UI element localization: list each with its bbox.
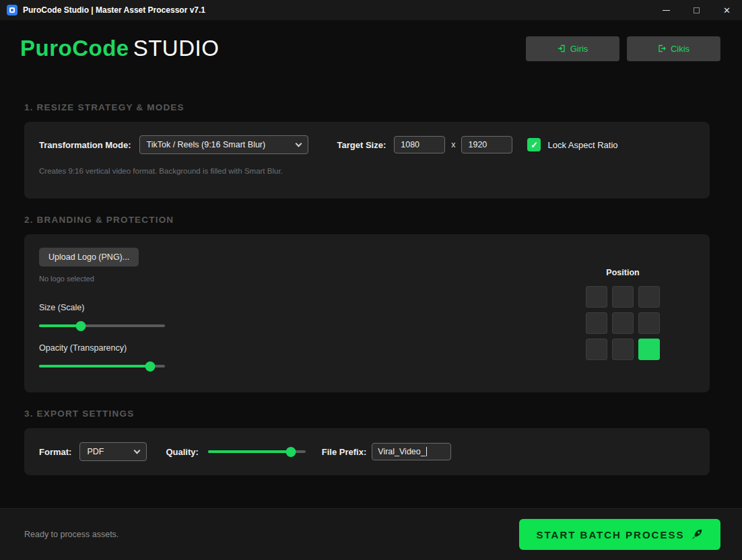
login-button[interactable]: Giris [526,36,619,61]
brand-purocode: PuroCode [20,36,129,61]
file-prefix-input[interactable]: Viral_Video_ [372,443,451,460]
quality-slider[interactable] [208,446,306,457]
slider-fill [208,450,291,453]
lock-aspect-checkbox[interactable]: ✓ [527,138,541,151]
section-heading-branding: 2. BRANDING & PROTECTION [24,215,710,225]
size-slider[interactable] [39,320,165,331]
logout-label: Cikis [671,44,689,54]
position-cell[interactable] [638,312,660,334]
close-icon: ✕ [723,5,731,15]
position-label: Position [586,268,660,277]
minimize-button[interactable] [651,0,681,20]
status-bar: Ready to process assets. START BATCH PRO… [0,508,742,560]
position-cell[interactable] [586,339,607,360]
text-cursor [426,447,427,456]
status-text: Ready to process assets. [24,530,119,539]
transformation-mode-value: TikTok / Reels (9:16 Smart Blur) [147,140,266,149]
app-icon [7,5,18,15]
slider-fill [39,365,150,368]
maximize-icon [694,7,700,13]
logout-button[interactable]: Cikis [627,36,720,61]
position-cell[interactable] [612,339,634,360]
export-card: Format: PDF Quality: File Prefix: Viral_… [24,428,710,475]
window-title: PuroCode Studio | Master Asset Processor… [23,5,205,15]
opacity-slider[interactable] [39,361,165,372]
transformation-mode-select[interactable]: TikTok / Reels (9:16 Smart Blur) [139,135,308,154]
file-prefix-label: File Prefix: [322,447,366,457]
start-batch-label: START BATCH PROCESS [537,529,685,540]
position-block: Position [586,268,660,360]
minimize-icon [663,10,670,11]
app-logo: PuroCodeSTUDIO [20,36,219,61]
quality-label: Quality: [166,447,198,457]
titlebar: PuroCode Studio | Master Asset Processor… [0,0,742,20]
resize-card: Transformation Mode: TikTok / Reels (9:1… [24,122,710,199]
target-size-label: Target Size: [337,140,386,150]
section-heading-resize: 1. RESIZE STRATEGY & MODES [24,102,710,113]
rocket-icon [690,528,703,541]
format-value: PDF [87,447,104,456]
chevron-down-icon [295,140,302,147]
lock-aspect-label: Lock Aspect Ratio [547,140,617,150]
format-select[interactable]: PDF [79,442,147,461]
position-cell[interactable] [586,286,607,308]
format-label: Format: [39,447,71,457]
mode-helper-text: Creates 9:16 vertical video format. Back… [39,167,695,175]
login-icon [558,44,566,53]
window-controls: ✕ [651,0,742,20]
size-separator: x [451,140,455,149]
start-batch-button[interactable]: START BATCH PROCESS [519,519,720,550]
position-cell[interactable] [638,286,660,308]
position-cell[interactable] [586,312,607,334]
header-actions: Giris Cikis [526,36,720,61]
login-label: Giris [570,44,588,54]
position-cell[interactable] [638,339,660,360]
close-button[interactable]: ✕ [712,0,742,20]
slider-thumb[interactable] [286,447,296,457]
position-cell[interactable] [612,312,634,334]
logout-icon [658,44,666,53]
transformation-mode-label: Transformation Mode: [39,140,131,150]
app-header: PuroCodeSTUDIO Giris Cikis [20,34,720,63]
slider-thumb[interactable] [75,321,86,331]
main-content: 1. RESIZE STRATEGY & MODES Transformatio… [0,102,742,475]
file-prefix-value: Viral_Video_ [378,447,425,456]
brand-studio: STUDIO [133,36,220,61]
position-grid [586,286,660,360]
maximize-button[interactable] [681,0,712,20]
upload-logo-button[interactable]: Upload Logo (PNG)... [39,248,139,267]
target-width-input[interactable] [394,136,445,153]
resize-controls-row: Transformation Mode: TikTok / Reels (9:1… [39,135,695,154]
slider-thumb[interactable] [145,361,155,372]
chevron-down-icon [134,447,141,454]
app-icon-glyph [9,7,15,13]
position-cell[interactable] [612,286,634,308]
target-height-input[interactable] [461,136,512,153]
check-icon: ✓ [531,140,538,150]
branding-card: Upload Logo (PNG)... No logo selected Si… [24,234,710,392]
slider-fill [39,324,81,327]
section-heading-export: 3. EXPORT SETTINGS [24,409,710,419]
